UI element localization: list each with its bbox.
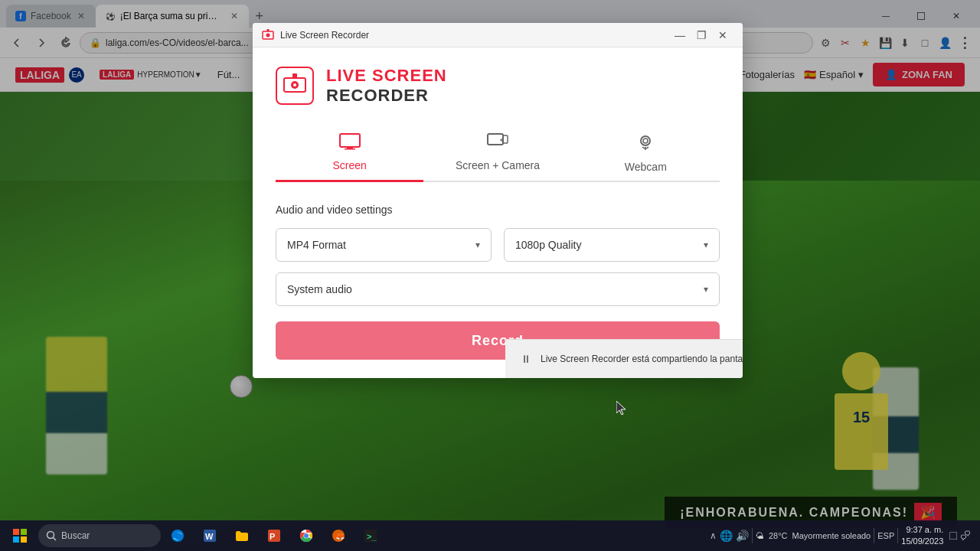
tab-screen-label: Screen — [332, 159, 366, 171]
tab-screen[interactable]: Screen — [276, 124, 423, 181]
svg-text:🦊: 🦊 — [335, 531, 345, 541]
svg-point-14 — [641, 136, 650, 145]
taskbar-weather[interactable]: 🌤 28°C Mayormente soleado — [756, 531, 871, 540]
svg-point-3 — [266, 33, 270, 37]
share-pause-icon: ⏸ — [521, 353, 531, 365]
taskbar-app-explorer[interactable] — [227, 522, 257, 549]
taskbar-search[interactable]: Buscar — [38, 524, 161, 547]
svg-rect-17 — [13, 529, 19, 535]
svg-point-15 — [643, 139, 648, 143]
taskbar-app-edge[interactable] — [162, 522, 193, 549]
svg-rect-19 — [13, 536, 19, 543]
modal-close-button[interactable]: ✕ — [712, 26, 733, 44]
app-logo — [276, 67, 314, 105]
taskbar-separator-2 — [874, 528, 874, 543]
share-notification-bar: ⏸ Live Screen Recorder está compartiendo… — [505, 339, 743, 378]
svg-point-8 — [293, 83, 296, 86]
modal-titlebar: Live Screen Recorder — ❐ ✕ — [253, 23, 743, 47]
weather-temp: 28°C — [769, 531, 788, 540]
tab-screen-camera[interactable]: Screen + Camera — [423, 124, 571, 181]
share-bar-message: Live Screen Recorder está compartiendo l… — [541, 354, 743, 364]
audio-value: System audio — [287, 283, 352, 295]
taskbar-search-placeholder: Buscar — [61, 530, 90, 541]
format-value: MP4 Format — [287, 239, 346, 251]
format-chevron-icon: ▾ — [475, 240, 480, 250]
svg-rect-11 — [345, 148, 355, 150]
taskbar-app-app2[interactable]: >_ — [355, 522, 386, 549]
notification-center-icon[interactable]: 🗪 — [960, 530, 971, 542]
modal-title-text: Live Screen Recorder — [280, 30, 669, 41]
taskbar-separator-3 — [897, 528, 898, 543]
start-button[interactable] — [3, 522, 37, 549]
taskbar-app-app1[interactable]: 🦊 — [323, 522, 354, 549]
quality-dropdown[interactable]: 1080p Quality ▾ — [504, 228, 720, 262]
settings-section-label: Audio and video settings — [276, 204, 720, 216]
app-title-block: LIVE SCREEN RECORDER — [326, 66, 447, 106]
audio-chevron-icon: ▾ — [704, 284, 708, 295]
taskbar-clock[interactable]: 9:37 a. m. 15/09/2023 — [901, 524, 943, 548]
svg-rect-20 — [21, 536, 27, 543]
modal-live-screen-recorder: Live Screen Recorder — ❐ ✕ LIVE SCREEN R… — [253, 23, 743, 378]
taskbar-app-chrome[interactable] — [291, 522, 322, 549]
svg-rect-7 — [292, 73, 297, 78]
language-indicator: ESP — [877, 531, 894, 540]
screen-camera-icon — [487, 133, 508, 155]
modal-minimize-button[interactable]: — — [669, 26, 691, 44]
taskbar-tray-icons: ∧ 🌐 🔊 — [710, 530, 749, 542]
svg-point-29 — [304, 533, 309, 538]
clock-time: 9:37 a. m. — [901, 524, 943, 536]
modal-restore-button[interactable]: ❐ — [691, 26, 712, 44]
tab-webcam-label: Webcam — [625, 161, 667, 173]
svg-point-21 — [47, 532, 54, 539]
svg-rect-4 — [267, 29, 270, 31]
taskbar-separator — [752, 528, 753, 543]
svg-rect-9 — [340, 134, 360, 147]
tab-screen-camera-label: Screen + Camera — [456, 159, 540, 171]
webcam-icon — [636, 133, 655, 156]
weather-icon: 🌤 — [756, 531, 764, 540]
svg-rect-18 — [21, 529, 27, 535]
modal-body: LIVE SCREEN RECORDER Screen — [253, 47, 743, 378]
tray-icon-volume[interactable]: 🔊 — [736, 530, 749, 542]
modal-app-header: LIVE SCREEN RECORDER — [276, 66, 720, 106]
show-desktop-button[interactable]: □ — [946, 529, 957, 543]
svg-text:P: P — [270, 532, 275, 541]
modal-mode-tabs: Screen Screen + Camera — [276, 124, 720, 182]
quality-chevron-icon: ▾ — [704, 240, 708, 250]
modal-app-icon — [262, 29, 274, 41]
format-quality-row: MP4 Format ▾ 1080p Quality ▾ — [276, 228, 720, 262]
svg-text:W: W — [205, 532, 214, 541]
taskbar: Buscar W P — [0, 520, 980, 551]
app-title: LIVE SCREEN — [326, 66, 447, 86]
taskbar-app-word[interactable]: W — [194, 522, 225, 549]
tray-icon-up[interactable]: ∧ — [710, 530, 717, 541]
quality-value: 1080p Quality — [515, 239, 581, 251]
audio-dropdown[interactable]: System audio ▾ — [276, 272, 720, 306]
weather-desc: Mayormente soleado — [792, 531, 871, 540]
taskbar-right-area: ∧ 🌐 🔊 🌤 28°C Mayormente soleado ESP 9:37… — [710, 524, 977, 548]
clock-date: 15/09/2023 — [901, 536, 943, 547]
app-subtitle: RECORDER — [326, 86, 447, 106]
svg-line-22 — [54, 538, 57, 541]
tab-webcam[interactable]: Webcam — [572, 124, 720, 181]
tray-icon-network[interactable]: 🌐 — [720, 530, 733, 542]
taskbar-app-powerpoint[interactable]: P — [259, 522, 289, 549]
svg-rect-12 — [488, 134, 503, 145]
screen-icon — [339, 133, 361, 155]
format-dropdown[interactable]: MP4 Format ▾ — [276, 228, 492, 262]
svg-text:>_: >_ — [367, 532, 377, 541]
